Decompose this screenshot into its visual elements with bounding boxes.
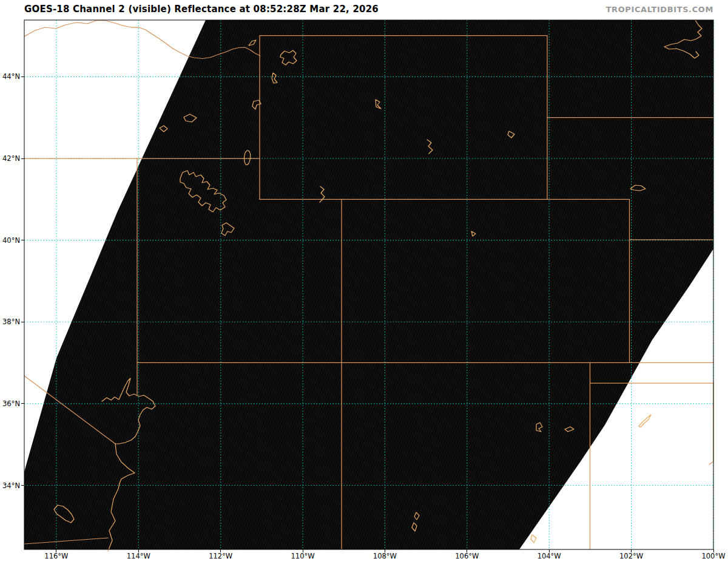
x-tick-label: 114°W bbox=[121, 552, 155, 560]
y-tick bbox=[21, 76, 24, 77]
no-data-regions bbox=[24, 20, 713, 549]
water-glendo-reservoir bbox=[508, 131, 514, 138]
x-tick bbox=[467, 549, 467, 552]
water-conchas-lake bbox=[536, 423, 542, 432]
x-tick-label: 104°W bbox=[532, 552, 566, 560]
water-utah-lake bbox=[221, 223, 234, 236]
image-title: GOES-18 Channel 2 (visible) Reflectance … bbox=[24, 4, 379, 15]
x-tick-label: 110°W bbox=[286, 552, 320, 560]
water-flaming-gorge-reservoir bbox=[320, 186, 325, 202]
x-tick bbox=[56, 549, 56, 552]
water-elephant-butte-reservoir bbox=[412, 512, 419, 531]
y-tick-label: 40°N bbox=[0, 236, 20, 245]
x-tick-label: 112°W bbox=[204, 552, 238, 560]
y-tick-label: 42°N bbox=[0, 154, 20, 163]
water-jackson-lake bbox=[272, 73, 277, 83]
y-tick-label: 44°N bbox=[0, 72, 20, 81]
water-lake-oahe-missouri-river bbox=[664, 20, 702, 58]
border-mexico-border bbox=[24, 538, 108, 544]
site-watermark: TROPICALTIDBITS.COM bbox=[606, 5, 713, 14]
water-boysen-reservoir bbox=[376, 100, 381, 109]
y-tick bbox=[21, 322, 24, 322]
water-bear-lake bbox=[244, 151, 251, 165]
water-ute-reservoir bbox=[565, 427, 574, 432]
y-tick bbox=[21, 158, 24, 159]
no-data-wedge-southeast bbox=[519, 249, 713, 549]
water-salton-sea bbox=[54, 505, 74, 523]
x-tick bbox=[713, 549, 714, 552]
water-yellowstone-lake bbox=[280, 50, 297, 65]
water-lake-mcconaughy bbox=[630, 185, 645, 191]
map-canvas bbox=[24, 20, 713, 549]
y-tick bbox=[21, 403, 24, 404]
y-tick-label: 36°N bbox=[0, 399, 20, 408]
satellite-image-page: GOES-18 Channel 2 (visible) Reflectance … bbox=[0, 0, 728, 564]
water-great-salt-lake bbox=[180, 171, 226, 212]
y-tick-label: 34°N bbox=[0, 481, 20, 490]
x-tick-label: 100°W bbox=[696, 552, 728, 560]
y-tick bbox=[21, 485, 24, 486]
x-tick bbox=[303, 549, 303, 552]
x-tick bbox=[549, 549, 550, 552]
water-mud-lake-area bbox=[160, 114, 197, 132]
x-tick-label: 108°W bbox=[368, 552, 402, 560]
x-tick bbox=[138, 549, 139, 552]
border-wyoming-outline bbox=[260, 36, 547, 200]
water-riverside-reservoir bbox=[471, 231, 476, 236]
y-tick-label: 38°N bbox=[0, 318, 20, 326]
x-tick-label: 102°W bbox=[615, 552, 649, 560]
x-tick-label: 116°W bbox=[39, 552, 73, 560]
water-hebgen-lake bbox=[249, 40, 256, 46]
x-tick bbox=[631, 549, 632, 552]
satellite-map-svg bbox=[24, 20, 713, 549]
y-tick bbox=[21, 240, 24, 240]
x-tick-label: 106°W bbox=[450, 552, 484, 560]
x-tick bbox=[385, 549, 385, 552]
x-tick bbox=[220, 549, 221, 552]
water-seminoe-pathfinder-reservoirs bbox=[427, 140, 433, 154]
water-lake-mead-colorado-river bbox=[102, 378, 155, 551]
